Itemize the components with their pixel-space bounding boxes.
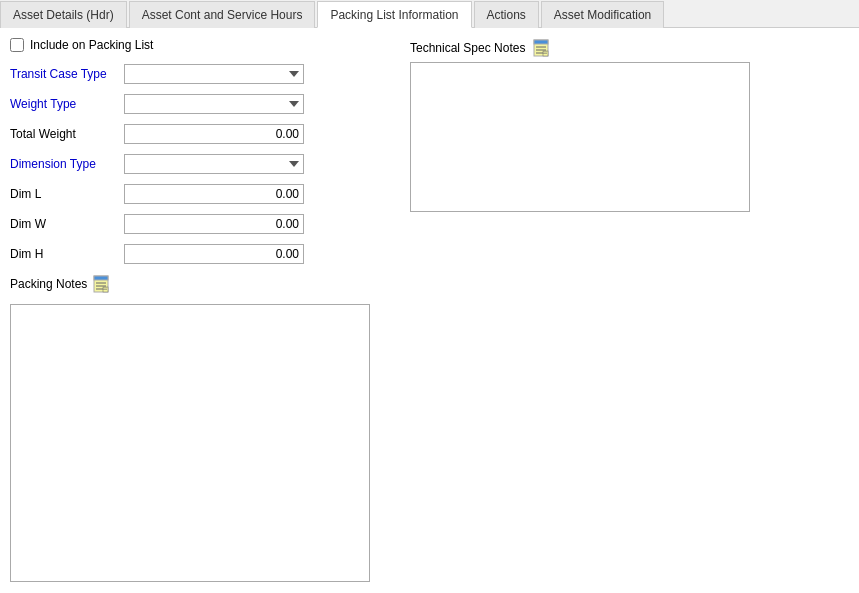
svg-rect-1 (94, 276, 108, 280)
dim-w-row: Dim W (10, 214, 390, 234)
dim-w-label: Dim W (10, 217, 120, 231)
dim-l-label: Dim L (10, 187, 120, 201)
include-packing-label: Include on Packing List (30, 38, 153, 52)
dim-h-row: Dim H (10, 244, 390, 264)
left-panel: Include on Packing List Transit Case Typ… (10, 38, 390, 582)
packing-notes-label: Packing Notes (10, 277, 87, 291)
dim-l-row: Dim L (10, 184, 390, 204)
tab-asset-modification[interactable]: Asset Modification (541, 1, 664, 28)
tech-spec-header: Technical Spec Notes (410, 38, 849, 58)
tech-spec-edit-icon[interactable] (531, 38, 551, 58)
tech-spec-textarea[interactable] (410, 62, 750, 212)
include-packing-checkbox[interactable] (10, 38, 24, 52)
tab-packing-list[interactable]: Packing List Information (317, 1, 471, 28)
weight-type-row: Weight Type (10, 94, 390, 114)
right-panel: Technical Spec Notes (410, 38, 849, 582)
packing-notes-textarea[interactable] (10, 304, 370, 582)
dim-l-input[interactable] (124, 184, 304, 204)
packing-notes-header: Packing Notes (10, 274, 390, 294)
tab-asset-cont[interactable]: Asset Cont and Service Hours (129, 1, 316, 28)
total-weight-row: Total Weight (10, 124, 390, 144)
tab-bar: Asset Details (Hdr) Asset Cont and Servi… (0, 0, 859, 28)
dim-h-label: Dim H (10, 247, 120, 261)
total-weight-input[interactable] (124, 124, 304, 144)
weight-type-select[interactable] (124, 94, 304, 114)
transit-case-select[interactable] (124, 64, 304, 84)
dimension-type-select[interactable] (124, 154, 304, 174)
dim-w-input[interactable] (124, 214, 304, 234)
dimension-type-label[interactable]: Dimension Type (10, 157, 120, 171)
weight-type-label[interactable]: Weight Type (10, 97, 120, 111)
main-content: Include on Packing List Transit Case Typ… (0, 28, 859, 592)
transit-case-row: Transit Case Type (10, 64, 390, 84)
dimension-type-row: Dimension Type (10, 154, 390, 174)
dim-h-input[interactable] (124, 244, 304, 264)
svg-rect-9 (534, 40, 548, 44)
transit-case-label[interactable]: Transit Case Type (10, 67, 120, 81)
tab-actions[interactable]: Actions (474, 1, 539, 28)
tab-asset-details[interactable]: Asset Details (Hdr) (0, 1, 127, 28)
packing-notes-edit-icon[interactable] (91, 274, 111, 294)
total-weight-label: Total Weight (10, 127, 120, 141)
tech-spec-label: Technical Spec Notes (410, 41, 525, 55)
include-packing-row: Include on Packing List (10, 38, 390, 52)
